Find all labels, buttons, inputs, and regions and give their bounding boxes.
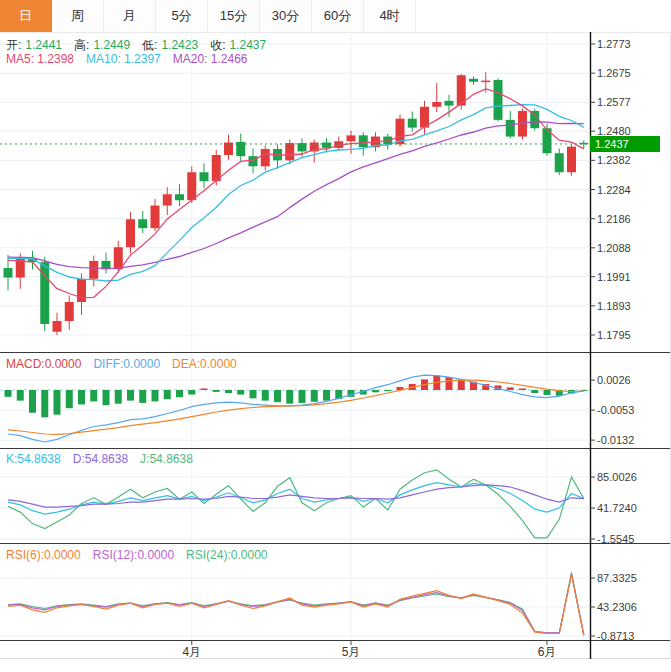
axis-value: 0.0026 (597, 374, 631, 386)
axis-value: 43.2306 (597, 601, 637, 613)
ma-legend: MA5: 1.2398MA10: 1.2397MA20: 1.2466 (6, 52, 251, 66)
axis-value: 1.1795 (597, 329, 631, 341)
axis-value: 85.0026 (597, 471, 637, 483)
legend-item: 低: (142, 38, 157, 52)
legend-item: MA10: 1.2397 (86, 52, 161, 66)
legend-item: 1.2449 (93, 38, 130, 52)
current-price-tag: 1.2437 (590, 136, 660, 152)
axis-value: 1.2773 (597, 38, 631, 50)
legend-item: MA20: 1.2466 (173, 52, 248, 66)
axis-value: 1.1991 (597, 271, 631, 283)
kdj-legend: K:54.8638D:54.8638J:54.8638 (6, 452, 197, 466)
timeframe-tab[interactable]: 日 (0, 0, 52, 32)
legend-item: 1.2437 (229, 38, 266, 52)
axis-value: 1.2675 (597, 67, 631, 79)
axis-value: 1.2382 (597, 154, 631, 166)
timeframe-tabbar: 日周月5分15分30分60分4时 (0, 0, 671, 33)
axis-value: -0.8713 (597, 630, 634, 642)
legend-item: RSI(24):0.0000 (186, 548, 267, 562)
axis-value: 1.2577 (597, 96, 631, 108)
legend-item: DIFF:0.0000 (93, 357, 160, 371)
timeframe-tab[interactable]: 30分 (260, 0, 312, 32)
axis-value: 87.3325 (597, 572, 637, 584)
legend-item: 高: (74, 38, 89, 52)
legend-item: 1.2423 (161, 38, 198, 52)
timeframe-tab[interactable]: 4时 (364, 0, 416, 32)
timeframe-tab[interactable]: 5分 (156, 0, 208, 32)
timeframe-tab[interactable]: 月 (104, 0, 156, 32)
chart-canvas[interactable] (0, 32, 671, 672)
axis-value: -0.0132 (597, 434, 634, 446)
legend-item: MA5: 1.2398 (6, 52, 74, 66)
rsi-legend: RSI(6):0.0000RSI(12):0.0000RSI(24):0.000… (6, 548, 272, 562)
legend-item: D:54.8638 (73, 452, 128, 466)
axis-value: 1.1893 (597, 300, 631, 312)
month-tick-label: 4月 (182, 644, 201, 661)
trading-chart-app: 日周月5分15分30分60分4时 开:1.2441高:1.2449低:1.242… (0, 0, 671, 672)
timeframe-tab[interactable]: 周 (52, 0, 104, 32)
legend-item: DEA:0.0000 (172, 357, 237, 371)
month-tick-label: 6月 (538, 644, 557, 661)
legend-item: MACD:0.0000 (6, 357, 81, 371)
month-tick-label: 5月 (342, 644, 361, 661)
axis-value: -1.5545 (597, 533, 634, 545)
legend-item: RSI(12):0.0000 (93, 548, 174, 562)
timeframe-tab[interactable]: 15分 (208, 0, 260, 32)
legend-item: J:54.8638 (140, 452, 193, 466)
macd-legend: MACD:0.0000DIFF:0.0000DEA:0.0000 (6, 357, 241, 371)
legend-item: 开: (6, 38, 21, 52)
legend-item: 收: (210, 38, 225, 52)
legend-item: 1.2441 (25, 38, 62, 52)
axis-value: -0.0053 (597, 404, 634, 416)
legend-item: RSI(6):0.0000 (6, 548, 81, 562)
legend-item: K:54.8638 (6, 452, 61, 466)
timeframe-tab[interactable]: 60分 (312, 0, 364, 32)
axis-value: 1.2088 (597, 242, 631, 254)
axis-value: 41.7240 (597, 502, 637, 514)
axis-value: 1.2186 (597, 213, 631, 225)
axis-value: 1.2284 (597, 184, 631, 196)
